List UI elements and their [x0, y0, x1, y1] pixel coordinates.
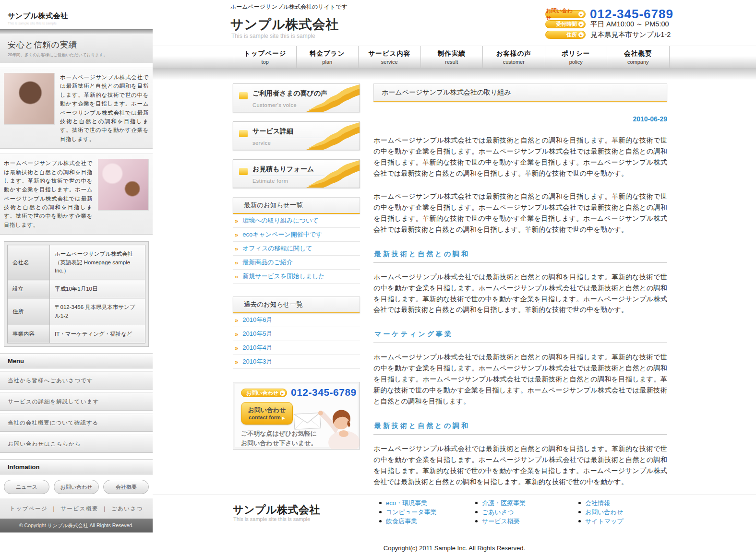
banner-title: サービス詳細 — [252, 127, 293, 136]
banner-customer-voice[interactable]: ご利用者さまの喜びの声 Customer's voice — [233, 83, 360, 112]
nav-item-customer[interactable]: お客様の声 customer — [483, 46, 545, 69]
archive-link[interactable]: » 2010年3月 — [233, 355, 360, 369]
archive-link-label: 2010年5月 — [242, 330, 272, 338]
nav-item-service[interactable]: サービス内容 service — [359, 46, 421, 69]
banner-service-detail[interactable]: サービス詳細 service — [233, 121, 360, 150]
section-heading: マーケティング事業 — [373, 330, 667, 343]
company-button[interactable]: 会社概要 — [103, 480, 149, 494]
contact-pill-button[interactable]: お問い合わせ ▶ — [545, 10, 586, 18]
past-news-heading: 過去のお知らせ一覧 — [233, 296, 360, 313]
nav-label: 会社概要 — [607, 49, 669, 58]
menu-item-company[interactable]: 当社の会社概要について確認する — [0, 414, 153, 432]
mobile-logo[interactable]: サンプル株式会社 — [8, 12, 153, 21]
content-area: ご利用者さまの喜びの声 Customer's voice サービス詳細 serv… — [153, 80, 756, 494]
menu-item-service[interactable]: サービスの詳細を解説しています — [0, 392, 153, 411]
banner-title: お見積もりフォーム — [252, 165, 314, 174]
footer-link[interactable]: ごあいさつ — [111, 505, 143, 512]
news-link-label: 環境への取り組みについて — [242, 216, 318, 225]
hours-pill-button[interactable]: 受付時間 ▶ — [545, 20, 586, 28]
footer-link[interactable]: ごあいさつ — [475, 508, 526, 517]
article-date: 2010-06-29 — [373, 115, 667, 123]
table-row: 会社名 ホームページサンプル株式会社 （英語表記 Homepage sample… — [8, 245, 145, 280]
footer-link[interactable]: コンピュータ事業 — [379, 508, 437, 517]
news-link[interactable]: » ecoキャンペーン開催中です — [233, 228, 360, 242]
footer-link-label: ごあいさつ — [482, 508, 514, 517]
news-link[interactable]: » オフィスの移転に関して — [233, 242, 360, 256]
footer-link[interactable]: 飲食店事業 — [379, 517, 437, 526]
article-paragraph: ホームページサンプル株式会社では最新技術と自然との調和を目指します。革新的な技術… — [373, 272, 667, 316]
bullet-icon — [475, 520, 478, 522]
chevron-right-icon: » — [235, 231, 238, 238]
news-link-label: ecoキャンペーン開催中です — [242, 230, 322, 239]
mobile-hero: 安心と信頼の実績 20年間、多くのお客様にご愛顧いただいております。 — [0, 34, 153, 63]
banner-estimate-form[interactable]: お見積もりフォーム Estimate form — [233, 159, 360, 188]
footer-link[interactable]: 介護・医療事業 — [475, 498, 526, 508]
ribbon-icon — [301, 160, 360, 188]
nav-item-result[interactable]: 制作実績 result — [421, 46, 483, 69]
arrow-icon: ▶ — [578, 32, 584, 37]
site-logo[interactable]: サンプル株式会社 — [230, 16, 339, 33]
intro-block-2: ホームページサンプル株式会社では最新技術と自然との調和を目指します。革新的な技術… — [0, 154, 153, 235]
address-pill-button[interactable]: 住所 ▶ — [545, 31, 586, 39]
nav-item-company[interactable]: 会社概要 company — [607, 46, 670, 69]
footer-link-label: 会社情報 — [585, 499, 610, 508]
table-row: 事業内容 IT・マーケティング・福祉など — [8, 325, 145, 343]
news-link[interactable]: » 環境への取り組みについて — [233, 214, 360, 228]
menu-item-greeting[interactable]: 当社から皆様へごあいさつです — [0, 371, 153, 390]
arrow-icon: ▶ — [578, 12, 584, 17]
divider — [252, 138, 324, 138]
bullet-icon — [475, 502, 478, 504]
footer-link[interactable]: お問い合わせ — [578, 508, 624, 517]
row-value: 平成10年1月10日 — [50, 280, 145, 298]
footer-link[interactable]: 会社情報 — [578, 498, 624, 508]
footer-link[interactable]: サービス概要 — [475, 517, 526, 526]
desktop-site: ホームページサンプル株式会社のサイトです サンプル株式会社 This is sa… — [153, 0, 756, 556]
news-button[interactable]: ニュース — [4, 480, 49, 494]
news-link[interactable]: » 新規サービスを開始しました — [233, 270, 360, 284]
hero-subtitle: 20年間、多くのお客様にご愛顧いただいております。 — [8, 52, 145, 58]
archive-link[interactable]: » 2010年4月 — [233, 341, 360, 355]
button-sublabel-text: contact form — [249, 414, 281, 420]
contact-button[interactable]: お問い合わせ — [54, 480, 99, 494]
chevron-right-icon: » — [235, 358, 238, 366]
footer-logo[interactable]: サンプル株式会社 — [233, 503, 320, 517]
footer-link-divider: ｜ — [102, 505, 108, 512]
divider — [252, 100, 324, 100]
menu-item-contact[interactable]: お問い合わせはこちらから — [0, 435, 153, 453]
article-title: ホームページサンプル株式会社の取り組み — [373, 83, 667, 102]
bullet-icon — [379, 520, 382, 522]
row-label: 住所 — [8, 298, 50, 325]
news-link[interactable]: » 最新商品のご紹介 — [233, 256, 360, 270]
footer-link-label: サービス概要 — [482, 517, 520, 526]
nav-item-plan[interactable]: 料金プラン plan — [297, 46, 359, 69]
table-row: 設立 平成10年1月10日 — [8, 280, 145, 298]
row-label: 設立 — [8, 280, 50, 298]
nav-label: お客様の声 — [483, 49, 545, 58]
footer-link[interactable]: eco・環境事業 — [379, 498, 437, 508]
archive-link[interactable]: » 2010年5月 — [233, 327, 360, 341]
pill-label: お問い合わせ — [546, 7, 577, 22]
button-label: お問い合わせ — [241, 406, 292, 414]
footer-link-label: eco・環境事業 — [386, 499, 427, 508]
row-value: 〒012-3456 見本県見本市サンプル1-2 — [50, 298, 145, 325]
archive-link-label: 2010年3月 — [242, 357, 272, 366]
past-news-list: » 2010年6月 » 2010年5月 » 2010年4月 » 2010年3月 — [233, 313, 360, 369]
pill-label: お問い合わせ — [246, 390, 278, 397]
nav-item-policy[interactable]: ポリシー policy — [545, 46, 608, 69]
article-paragraph: ホームページサンプル株式会社では最新技術と自然との調和を目指します。革新的な技術… — [373, 443, 667, 487]
menu-heading: Menu — [0, 353, 153, 368]
button-sublabel: contact form ▶ — [241, 414, 292, 420]
footer-link-label: 介護・医療事業 — [482, 499, 526, 508]
footer-link[interactable]: トップページ — [10, 505, 48, 512]
footer-link[interactable]: サービス概要 — [60, 505, 98, 512]
contact-pill-button[interactable]: お問い合わせ ▶ — [241, 389, 287, 397]
chevron-right-icon: » — [235, 259, 238, 266]
portrait-photo — [4, 73, 55, 125]
bullet-icon — [379, 511, 382, 513]
contact-form-button[interactable]: お問い合わせ contact form ▶ — [241, 402, 293, 425]
mobile-copyright: © Copyright サンプル株式会社 All Rights Reseved. — [0, 519, 153, 532]
footer-link-column: 会社情報 お問い合わせ サイトマップ — [578, 498, 624, 526]
nav-item-top[interactable]: トップページ top — [234, 46, 297, 69]
footer-link[interactable]: サイトマップ — [578, 517, 624, 526]
archive-link[interactable]: » 2010年6月 — [233, 313, 360, 327]
